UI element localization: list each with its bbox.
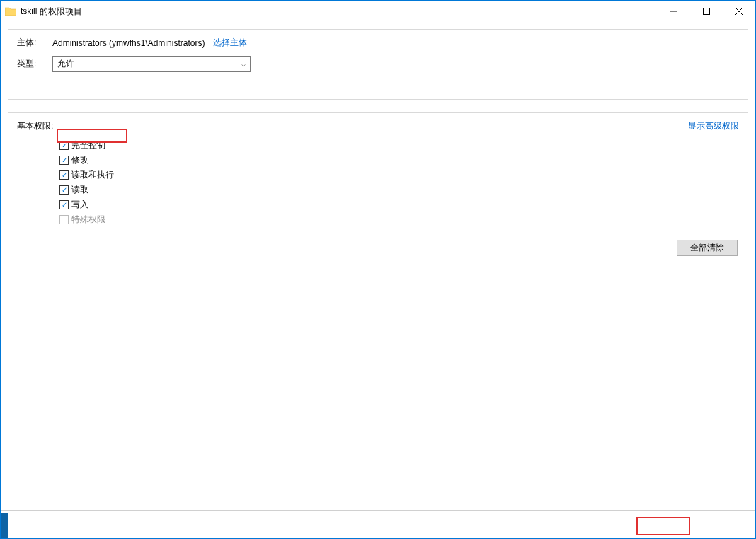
taskbar-edge — [1, 513, 8, 538]
svg-rect-1 — [704, 8, 710, 15]
checkbox-icon[interactable]: ✓ — [59, 185, 69, 195]
permissions-header: 基本权限: 显示高级权限 — [17, 120, 739, 132]
perm-label: 修改 — [71, 154, 88, 166]
perm-full-control[interactable]: ✓ 完全控制 — [59, 138, 739, 153]
folder-icon — [5, 6, 16, 16]
type-dropdown-value: 允许 — [57, 58, 74, 70]
principal-row: 主体: Administrators (ymwfhs1\Administrato… — [17, 37, 739, 49]
perm-label: 完全控制 — [71, 139, 105, 151]
checkbox-icon[interactable]: ✓ — [59, 141, 69, 150]
perm-label: 读取 — [71, 184, 88, 196]
checkbox-icon — [59, 215, 69, 224]
checkbox-icon[interactable]: ✓ — [59, 156, 69, 165]
permissions-panel: 基本权限: 显示高级权限 ✓ 完全控制 ✓ 修改 ✓ 读取和执行 ✓ — [8, 112, 748, 506]
principal-panel: 主体: Administrators (ymwfhs1\Administrato… — [8, 29, 748, 100]
principal-label: 主体: — [17, 37, 52, 49]
principal-value: Administrators (ymwfhs1\Administrators) — [52, 38, 205, 48]
type-row: 类型: 允许 ⌵ — [17, 56, 739, 72]
checkbox-icon[interactable]: ✓ — [59, 200, 69, 209]
basic-permissions-title: 基本权限: — [17, 120, 53, 132]
clear-all-button[interactable]: 全部清除 — [677, 240, 738, 256]
perm-label: 特殊权限 — [71, 214, 105, 226]
perm-special: 特殊权限 — [59, 212, 739, 227]
permission-entry-window: tskill 的权限项目 主体: Administrators (ymwfhs1… — [0, 0, 756, 539]
bottom-bar — [1, 510, 755, 538]
minimize-button[interactable] — [658, 1, 690, 22]
perm-label: 写入 — [71, 199, 88, 211]
type-dropdown[interactable]: 允许 ⌵ — [52, 56, 251, 72]
chevron-down-icon: ⌵ — [241, 60, 246, 68]
permissions-list: ✓ 完全控制 ✓ 修改 ✓ 读取和执行 ✓ 读取 ✓ 写入 — [17, 138, 739, 227]
close-button[interactable] — [723, 1, 755, 22]
window-controls — [658, 1, 755, 22]
clear-all-row: 全部清除 — [17, 240, 739, 256]
titlebar-left: tskill 的权限项目 — [5, 6, 82, 18]
window-title: tskill 的权限项目 — [21, 6, 82, 18]
highlight-annotation-bottom — [636, 517, 690, 535]
type-label: 类型: — [17, 58, 52, 70]
maximize-button[interactable] — [690, 1, 723, 22]
checkbox-icon[interactable]: ✓ — [59, 170, 69, 180]
perm-write[interactable]: ✓ 写入 — [59, 197, 739, 212]
perm-read[interactable]: ✓ 读取 — [59, 182, 739, 197]
perm-read-execute[interactable]: ✓ 读取和执行 — [59, 168, 739, 182]
titlebar: tskill 的权限项目 — [1, 1, 755, 22]
show-advanced-link[interactable]: 显示高级权限 — [688, 120, 739, 132]
perm-modify[interactable]: ✓ 修改 — [59, 153, 739, 168]
select-principal-link[interactable]: 选择主体 — [213, 37, 247, 49]
perm-label: 读取和执行 — [71, 169, 114, 181]
content-area: 主体: Administrators (ymwfhs1\Administrato… — [1, 22, 755, 510]
